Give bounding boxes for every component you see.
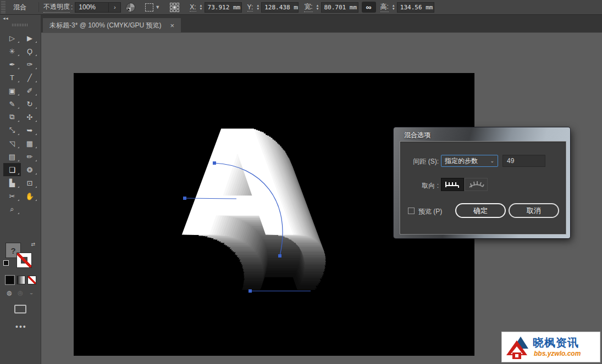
align-to-page-icon: [444, 180, 461, 189]
dialog-body: 间距 (S): 指定的步数 ⌄ 49 取向 : 预览 (P) 确定: [400, 141, 566, 234]
recolor-artwork-icon[interactable]: [126, 3, 135, 12]
control-bar: 混合 不透明度 : 100% › ▼ X: ▲▼ 73.912 mm Y: ▲▼…: [0, 0, 602, 15]
fill-stroke-indicator: ? ⇄: [5, 243, 36, 271]
paintbrush-tool[interactable]: ✐: [21, 84, 38, 97]
blend-panel-label: 混合: [13, 3, 26, 12]
x-stepper[interactable]: ▲▼: [200, 4, 203, 10]
tab-close-icon[interactable]: ×: [170, 21, 175, 30]
x-input[interactable]: 73.912 mm: [205, 4, 241, 11]
color-mode-row: [5, 276, 36, 284]
spacing-selected-value: 指定的步数: [445, 156, 478, 166]
reference-point-icon[interactable]: [170, 3, 179, 12]
blend-options-dialog[interactable]: 混合选项 间距 (S): 指定的步数 ⌄ 49 取向 : 预览: [394, 127, 570, 238]
height-field-group: 高: ▲▼ 134.56 mm: [380, 2, 434, 13]
cancel-button[interactable]: 取消: [509, 203, 559, 218]
steps-input[interactable]: 49: [502, 155, 545, 167]
anchor-point[interactable]: [213, 161, 216, 165]
screen-mode-icon[interactable]: [14, 305, 26, 313]
zoom-tool[interactable]: ⌕: [3, 203, 21, 216]
logo-url: bbs.yzwlo.com: [534, 350, 581, 357]
eyedropper-tool[interactable]: ✏: [21, 150, 38, 163]
default-fill-stroke-icon[interactable]: [3, 260, 9, 266]
preview-checkbox[interactable]: [408, 208, 415, 214]
slice-tool[interactable]: ✂: [3, 189, 21, 203]
lasso-tool[interactable]: Ϙ: [21, 44, 38, 58]
pen-tool[interactable]: ✒: [3, 58, 21, 71]
steps-value: 49: [507, 157, 514, 165]
none-button[interactable]: [27, 276, 36, 284]
line-segment-tool[interactable]: ╱: [21, 71, 38, 84]
anchor-point[interactable]: [248, 289, 252, 293]
color-button[interactable]: [5, 276, 14, 284]
height-stepper[interactable]: ▲▼: [392, 4, 395, 10]
watermark-logo: 晓枫资讯 bbs.yzwlo.com: [501, 332, 600, 362]
curvature-tool[interactable]: ✑: [21, 58, 38, 71]
rectangle-tool[interactable]: ▣: [3, 84, 21, 97]
swap-fill-stroke-icon[interactable]: ⇄: [31, 242, 35, 247]
blend-tool[interactable]: ❑: [3, 163, 21, 176]
anchor-point[interactable]: [278, 254, 281, 257]
puppet-warp-tool[interactable]: ➥: [21, 124, 38, 137]
symbol-sprayer-tool[interactable]: ❂: [21, 163, 38, 176]
type-tool[interactable]: T: [3, 71, 21, 84]
column-graph-tool[interactable]: ▙: [3, 176, 21, 189]
gradient-button[interactable]: [16, 276, 25, 284]
magic-wand-tool[interactable]: ✳: [3, 44, 21, 58]
y-field-group: Y: ▲▼ 128.438 mm: [247, 2, 299, 13]
anchor-point[interactable]: [183, 197, 186, 200]
y-label[interactable]: Y:: [247, 3, 253, 12]
align-to-page-button[interactable]: [441, 178, 464, 191]
height-label[interactable]: 高:: [380, 2, 389, 12]
opacity-label[interactable]: 不透明度: [43, 2, 70, 13]
hand-tool[interactable]: ✋: [21, 189, 38, 203]
free-transform-tool[interactable]: ⤡: [3, 124, 21, 137]
scale-tool[interactable]: ⧉: [3, 110, 21, 124]
width-label[interactable]: 宽:: [304, 2, 312, 12]
opacity-colon: :: [71, 3, 73, 11]
width-stepper[interactable]: ▲▼: [316, 4, 319, 10]
artboard-tool[interactable]: ⊡: [21, 176, 38, 189]
link-dimensions-icon[interactable]: ∞: [362, 2, 376, 13]
align-to-path-icon: [468, 180, 484, 189]
collapse-panel-icon[interactable]: ◄◄: [2, 16, 8, 20]
panel-grip[interactable]: [1, 1, 5, 13]
ok-button[interactable]: 确定: [455, 203, 506, 218]
transform-options-icon[interactable]: ▼: [145, 3, 160, 12]
draw-normal-icon[interactable]: ◍: [4, 289, 14, 296]
dialog-title: 混合选项: [404, 131, 430, 140]
spacing-label: 间距 (S):: [406, 157, 439, 166]
height-input[interactable]: 134.56 mm: [397, 4, 434, 11]
document-tab[interactable]: 未标题-3* @ 100% (CMYK/GPU 预览) ×: [43, 18, 181, 33]
width-tool[interactable]: ✣: [21, 110, 38, 124]
width-input[interactable]: 80.701 mm: [322, 4, 358, 11]
align-to-path-button[interactable]: [465, 178, 488, 191]
opacity-input[interactable]: 100%: [75, 2, 109, 13]
document-tab-bar: 未标题-3* @ 100% (CMYK/GPU 预览) ×: [41, 15, 602, 33]
rotate-tool[interactable]: ↻: [21, 97, 38, 110]
panel-drag-handle[interactable]: [12, 24, 29, 26]
y-input[interactable]: 128.438 mm: [262, 4, 298, 11]
gradient-tool[interactable]: ▤: [3, 150, 21, 163]
opacity-dropdown-arrow[interactable]: ›: [109, 2, 121, 13]
draw-behind-icon[interactable]: ◎: [15, 289, 25, 296]
stroke-swatch[interactable]: [16, 253, 32, 268]
selection-tool[interactable]: ▷: [3, 31, 21, 44]
tool-grid: ▷▶✳Ϙ✒✑T╱▣✐✎↻⧉✣⤡➥◹▦▤✏❑❂▙⊡✂✋⌕: [3, 31, 38, 216]
direct-selection-tool[interactable]: ▶: [21, 31, 38, 44]
preview-label: 预览 (P): [418, 207, 442, 216]
logo-icon: [506, 336, 529, 359]
spacing-select[interactable]: 指定的步数 ⌄: [441, 155, 498, 167]
width-field-group: 宽: ▲▼ 80.701 mm: [304, 2, 358, 13]
x-label[interactable]: X:: [190, 3, 196, 12]
document-tab-title: 未标题-3* @ 100% (CMYK/GPU 预览): [49, 21, 162, 30]
chevron-down-icon: ⌄: [490, 158, 494, 164]
logo-title: 晓枫资讯: [533, 335, 579, 350]
divider: [38, 2, 39, 12]
edit-toolbar-icon[interactable]: •••: [15, 322, 27, 331]
mesh-tool[interactable]: ▦: [21, 137, 38, 150]
y-stepper[interactable]: ▲▼: [256, 4, 259, 10]
canvas-area[interactable]: AAAAAAAAAAAAAAAAAAAAAAAAAAAAAAAAAAAAAAAA…: [41, 33, 602, 364]
draw-inside-icon[interactable]: ◒: [26, 289, 36, 296]
perspective-grid-tool[interactable]: ◹: [3, 137, 21, 150]
shaper-tool[interactable]: ✎: [3, 97, 21, 110]
